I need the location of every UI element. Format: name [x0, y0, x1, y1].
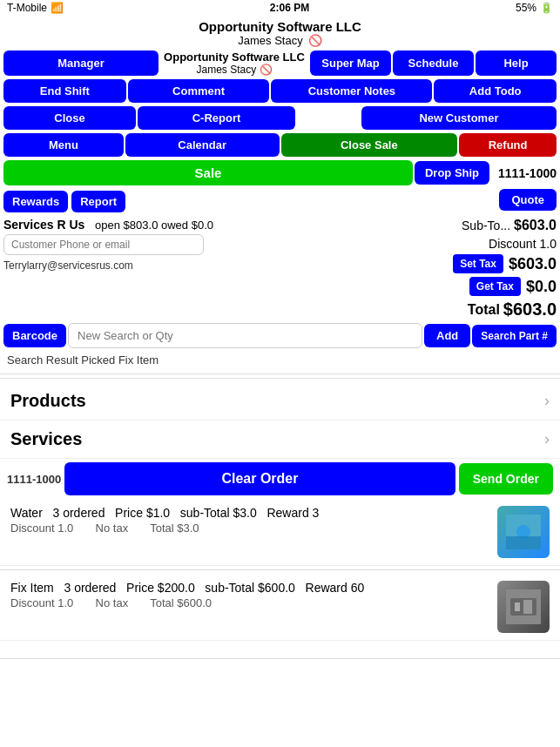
divider-items	[0, 569, 560, 570]
customer-email: Terrylarry@servicesrus.com	[3, 258, 449, 273]
super-map-button[interactable]: Super Map	[310, 50, 391, 76]
services-title: Services	[10, 429, 82, 449]
status-left: T-Mobile 📶	[7, 2, 64, 14]
item-line2-water: Discount 1.0 No tax Total $3.0	[10, 522, 490, 535]
status-bar: T-Mobile 📶 2:06 PM 55% 🔋	[0, 0, 560, 16]
company-name: Opportunity Software LLC	[199, 19, 361, 34]
divider-2	[0, 378, 560, 379]
time: 2:06 PM	[270, 2, 309, 14]
new-customer-button[interactable]: New Customer	[361, 106, 557, 130]
sale-dropship-row: Sale Drop Ship 1111-1000	[0, 158, 560, 187]
top-nav-row: Manager Opportunity Software LLC James S…	[0, 49, 560, 77]
divider-1	[0, 374, 560, 374]
c-report-button[interactable]: C-Report	[138, 106, 295, 130]
sale-button[interactable]: Sale	[3, 160, 413, 185]
svg-rect-6	[523, 600, 532, 614]
search-row: Barcode Add Search Part #	[0, 321, 560, 350]
drop-ship-button[interactable]: Drop Ship	[415, 161, 489, 185]
subtotal-label: Sub-To...	[462, 219, 510, 232]
user-name: James Stacy	[238, 34, 302, 47]
discount-label: Discount	[489, 237, 536, 251]
services-chevron-icon: ›	[544, 430, 550, 448]
row2: Close C-Report New Customer	[0, 104, 560, 131]
search-part-button[interactable]: Search Part #	[472, 325, 557, 347]
item-line2-fix: Discount 1.0 No tax Total $600.0	[10, 596, 490, 609]
row1: End Shift Comment Customer Notes Add Tod…	[0, 77, 560, 104]
add-button[interactable]: Add	[424, 324, 470, 347]
clear-order-button[interactable]: Clear Order	[64, 462, 455, 495]
services-section[interactable]: Services ›	[0, 421, 560, 459]
user-line: James Stacy 🚫	[238, 34, 321, 47]
search-input[interactable]	[68, 323, 422, 348]
company-center: Opportunity Software LLC	[164, 50, 305, 64]
close-button[interactable]: Close	[3, 106, 136, 130]
customer-name: Services R Us open $803.0 owed $0.0	[3, 218, 213, 232]
get-tax-amount: $0.0	[526, 278, 557, 296]
close-sale-button[interactable]: Close Sale	[281, 133, 458, 157]
rewards-button[interactable]: Rewards	[3, 191, 68, 212]
user-center: James Stacy 🚫	[196, 64, 272, 76]
tax-amount: $603.0	[509, 255, 557, 273]
get-tax-button[interactable]: Get Tax	[469, 277, 521, 296]
result-text: Search Result Picked Fix Item	[0, 350, 560, 370]
customer-name-area: Services R Us open $803.0 owed $0.0	[3, 214, 449, 232]
no-entry-icon: 🚫	[308, 34, 322, 47]
calendar-button[interactable]: Calendar	[125, 133, 280, 157]
info-right: Quote Sub-To... $603.0 Discount 1.0 Set …	[453, 189, 557, 320]
product-items-list: Water 3 ordered Price $1.0 sub-Total $3.…	[0, 499, 560, 641]
customer-phone-input[interactable]	[3, 234, 204, 255]
products-title: Products	[10, 391, 86, 411]
carrier: T-Mobile	[7, 2, 47, 14]
row3: Menu Calendar Close Sale Refund	[0, 131, 560, 158]
discount-amount: 1.0	[540, 237, 557, 251]
item-thumbnail-water	[497, 506, 550, 558]
item-line1-water: Water 3 ordered Price $1.0 sub-Total $3.…	[10, 506, 490, 520]
send-order-button[interactable]: Send Order	[459, 463, 553, 495]
customer-phone-area	[3, 232, 449, 258]
barcode-button[interactable]: Barcode	[3, 324, 66, 347]
products-chevron-icon: ›	[544, 392, 550, 410]
quote-button[interactable]: Quote	[499, 189, 557, 211]
svg-rect-2	[506, 536, 541, 549]
item-info-water: Water 3 ordered Price $1.0 sub-Total $3.…	[10, 506, 490, 535]
products-section[interactable]: Products ›	[0, 382, 560, 421]
item-thumbnail-fix	[497, 581, 550, 633]
total-amount: $603.0	[503, 299, 557, 320]
set-tax-button[interactable]: Set Tax	[453, 254, 503, 273]
subtotal-amount: $603.0	[514, 218, 557, 233]
add-todo-button[interactable]: Add Todo	[434, 79, 557, 103]
battery: 55%	[516, 2, 536, 14]
total-label: Total	[468, 302, 500, 318]
schedule-button[interactable]: Schedule	[393, 50, 474, 76]
item-line1-fix: Fix Item 3 ordered Price $200.0 sub-Tota…	[10, 581, 490, 595]
svg-rect-5	[515, 602, 520, 611]
list-item: Fix Item 3 ordered Price $200.0 sub-Tota…	[0, 574, 560, 641]
order-id: 1111-1000	[7, 473, 61, 486]
divider-bottom	[0, 658, 560, 659]
info-left: Rewards Report Services R Us open $803.0…	[3, 189, 449, 320]
order-number: 1111-1000	[491, 166, 557, 180]
app-header: Opportunity Software LLC James Stacy 🚫	[0, 16, 560, 49]
manager-button[interactable]: Manager	[3, 50, 159, 76]
order-action-row: 1111-1000 Clear Order Send Order	[0, 459, 560, 499]
end-shift-button[interactable]: End Shift	[3, 79, 126, 103]
comment-button[interactable]: Comment	[128, 79, 270, 103]
list-item: Water 3 ordered Price $1.0 sub-Total $3.…	[0, 499, 560, 566]
battery-icon: 🔋	[540, 2, 553, 14]
report-button[interactable]: Report	[71, 191, 125, 212]
item-info-fix: Fix Item 3 ordered Price $200.0 sub-Tota…	[10, 581, 490, 609]
menu-button[interactable]: Menu	[3, 133, 124, 157]
customer-notes-button[interactable]: Customer Notes	[271, 79, 432, 103]
wifi-icon: 📶	[51, 2, 64, 14]
info-area: Rewards Report Services R Us open $803.0…	[0, 187, 560, 321]
help-button[interactable]: Help	[476, 50, 557, 76]
refund-button[interactable]: Refund	[459, 133, 557, 157]
status-right: 55% 🔋	[516, 2, 553, 14]
